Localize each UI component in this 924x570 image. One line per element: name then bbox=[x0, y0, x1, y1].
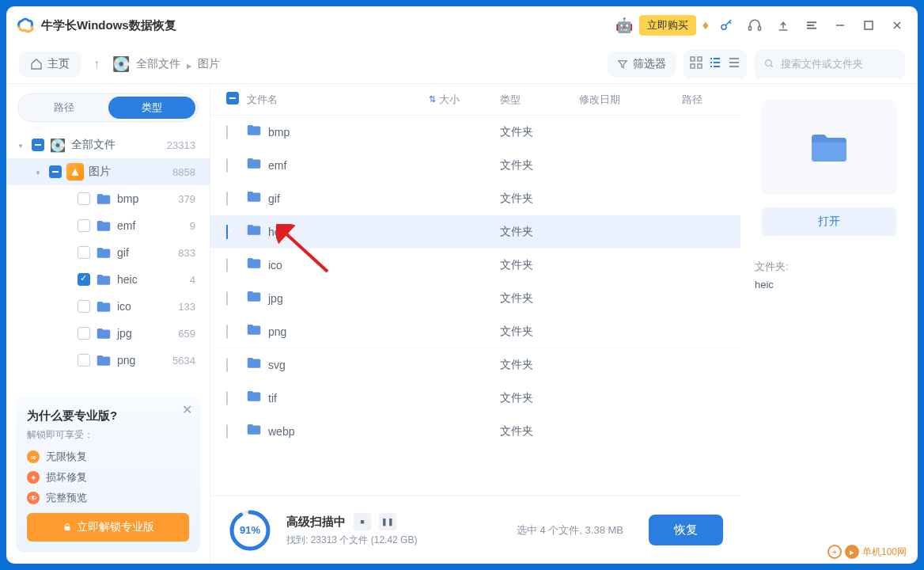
file-type: 文件夹 bbox=[500, 424, 579, 439]
checkbox[interactable] bbox=[78, 354, 90, 367]
promo-feature: ✦损坏修复 bbox=[27, 470, 189, 484]
folder-icon bbox=[247, 290, 261, 306]
buy-now-button[interactable]: 立即购买 bbox=[639, 15, 696, 36]
table-row[interactable]: heic文件夹 bbox=[210, 215, 740, 249]
menu-icon[interactable] bbox=[801, 14, 823, 36]
chevron-down-icon[interactable] bbox=[17, 141, 27, 150]
tree-node-emf[interactable]: emf9 bbox=[6, 212, 210, 239]
tree-node-gif[interactable]: gif833 bbox=[6, 239, 210, 266]
key-icon[interactable] bbox=[715, 14, 737, 36]
headset-icon[interactable] bbox=[744, 14, 766, 36]
checkbox[interactable] bbox=[78, 192, 90, 205]
open-button[interactable]: 打开 bbox=[762, 207, 896, 236]
checkbox[interactable] bbox=[226, 424, 228, 439]
promo-subtitle: 解锁即可享受： bbox=[27, 428, 189, 442]
checkbox[interactable] bbox=[78, 273, 90, 286]
diamond-icon[interactable]: ♦ bbox=[702, 18, 709, 32]
checkbox[interactable] bbox=[226, 125, 228, 139]
checkbox[interactable] bbox=[32, 139, 44, 151]
detail-view-icon[interactable] bbox=[728, 56, 740, 72]
sidebar-tabs: 路径 类型 bbox=[17, 93, 199, 122]
file-name: svg bbox=[268, 359, 286, 371]
col-type[interactable]: 类型 bbox=[500, 93, 579, 107]
list-view-icon[interactable] bbox=[709, 56, 721, 72]
col-date[interactable]: 修改日期 bbox=[579, 93, 682, 107]
folder-icon bbox=[95, 271, 112, 288]
checkbox[interactable] bbox=[226, 158, 228, 173]
tree-node-heic[interactable]: heic4 bbox=[6, 266, 210, 293]
promo-feature: 👁完整预览 bbox=[27, 491, 189, 505]
folder-icon bbox=[247, 256, 261, 273]
filter-button[interactable]: 筛选器 bbox=[608, 51, 676, 77]
tab-path[interactable]: 路径 bbox=[21, 97, 108, 119]
checkbox[interactable] bbox=[226, 391, 228, 405]
file-name: ico bbox=[268, 259, 282, 272]
col-path[interactable]: 路径 bbox=[682, 93, 725, 107]
file-type: 文件夹 bbox=[500, 158, 579, 173]
tree-node-ico[interactable]: ico133 bbox=[6, 293, 210, 320]
breadcrumb-item[interactable]: 全部文件 bbox=[136, 57, 180, 71]
table-row[interactable]: tif文件夹 bbox=[210, 382, 740, 415]
up-button[interactable]: ↑ bbox=[89, 57, 104, 71]
col-name[interactable]: 文件名 bbox=[247, 93, 429, 107]
tree-node-jpg[interactable]: jpg659 bbox=[6, 320, 210, 347]
table-row[interactable]: webp文件夹 bbox=[210, 415, 740, 448]
promo-feature: ∞无限恢复 bbox=[27, 450, 189, 464]
tree-node-png[interactable]: png5634 bbox=[6, 347, 210, 374]
checkbox[interactable] bbox=[226, 291, 228, 306]
scan-title: 高级扫描中 bbox=[286, 515, 346, 530]
tree-root-all-files[interactable]: 💽 全部文件 23313 bbox=[6, 131, 210, 158]
tree-node-images[interactable]: ▲ 图片 8858 bbox=[6, 158, 210, 185]
checkbox[interactable] bbox=[78, 300, 90, 313]
recover-button[interactable]: 恢复 bbox=[649, 515, 723, 545]
breadcrumb-item[interactable]: 图片 bbox=[198, 57, 220, 71]
file-type: 文件夹 bbox=[500, 391, 579, 405]
grid-view-icon[interactable] bbox=[690, 56, 702, 72]
table-row[interactable]: gif文件夹 bbox=[210, 182, 740, 215]
robot-icon[interactable]: 🤖 bbox=[615, 17, 633, 34]
checkbox[interactable] bbox=[226, 325, 228, 339]
sidebar: 路径 类型 💽 全部文件 23313 ▲ 图片 8858 bbox=[6, 84, 210, 564]
share-icon[interactable] bbox=[772, 14, 794, 36]
file-type: 文件夹 bbox=[500, 125, 579, 139]
svg-rect-3 bbox=[865, 21, 873, 29]
tree-node-bmp[interactable]: bmp379 bbox=[6, 185, 210, 212]
folder-icon bbox=[95, 325, 112, 342]
app-window: 牛学长Windows数据恢复 🤖 立即购买 ♦ 主页 ↑ 💽 全部文件 图片 筛… bbox=[6, 6, 918, 564]
checkbox[interactable] bbox=[226, 358, 228, 372]
table-row[interactable]: svg文件夹 bbox=[210, 348, 740, 382]
lock-icon bbox=[62, 522, 72, 532]
svg-point-0 bbox=[721, 25, 726, 29]
header-checkbox[interactable] bbox=[226, 92, 239, 104]
checkbox[interactable] bbox=[49, 165, 62, 178]
search-icon bbox=[764, 58, 774, 70]
table-row[interactable]: jpg文件夹 bbox=[210, 282, 740, 315]
minimize-button[interactable] bbox=[829, 14, 851, 36]
table-row[interactable]: bmp文件夹 bbox=[210, 116, 740, 149]
maximize-button[interactable] bbox=[858, 14, 880, 36]
col-size[interactable]: ⇅大小 bbox=[429, 93, 500, 107]
chevron-down-icon[interactable] bbox=[35, 168, 44, 177]
tab-type[interactable]: 类型 bbox=[108, 97, 196, 119]
checkbox[interactable] bbox=[78, 327, 90, 340]
pause-button[interactable]: ❚❚ bbox=[379, 513, 396, 530]
checkbox[interactable] bbox=[78, 219, 90, 232]
unlock-pro-button[interactable]: 立即解锁专业版 bbox=[27, 513, 189, 542]
close-button[interactable] bbox=[886, 14, 908, 36]
home-button[interactable]: 主页 bbox=[19, 51, 81, 77]
disk-icon: 💽 bbox=[49, 136, 66, 154]
search-box[interactable] bbox=[755, 50, 905, 78]
checkbox[interactable] bbox=[78, 246, 90, 259]
search-input[interactable] bbox=[781, 58, 896, 70]
svg-rect-6 bbox=[691, 64, 695, 68]
close-icon[interactable]: ✕ bbox=[182, 402, 192, 417]
table-row[interactable]: png文件夹 bbox=[210, 315, 740, 348]
checkbox[interactable] bbox=[226, 192, 228, 206]
stop-button[interactable]: ■ bbox=[354, 513, 371, 530]
table-row[interactable]: emf文件夹 bbox=[210, 149, 740, 182]
file-name: gif bbox=[268, 192, 280, 205]
table-row[interactable]: ico文件夹 bbox=[210, 249, 740, 282]
file-type: 文件夹 bbox=[500, 325, 579, 339]
checkbox[interactable] bbox=[226, 225, 228, 239]
checkbox[interactable] bbox=[226, 258, 228, 272]
